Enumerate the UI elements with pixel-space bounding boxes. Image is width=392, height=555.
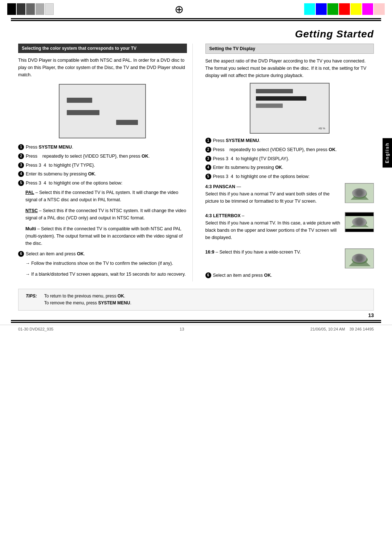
bar-magenta bbox=[362, 3, 373, 15]
page-footer: 01-30 DVD622_935 13 21/06/05, 10:24 AM 3… bbox=[0, 325, 392, 333]
right-step-num-6: 6 bbox=[205, 272, 211, 278]
step-num-2: 2 bbox=[18, 153, 24, 159]
panscan-image bbox=[345, 183, 374, 203]
right-step-6: 6 Select an item and press OK. bbox=[205, 272, 374, 279]
left-step-4: 4 Enter its submenu by pressing OK. bbox=[18, 171, 187, 178]
right-screen-mockup: #$ % bbox=[250, 83, 330, 134]
svg-rect-0 bbox=[345, 183, 374, 203]
tips-label: TIPS: bbox=[26, 293, 37, 307]
widescreen-image bbox=[345, 248, 374, 268]
panscan-option: 4:3 PANSCAN — Select this if you have a … bbox=[205, 183, 374, 208]
main-content: Selecting the color system that correspo… bbox=[0, 44, 392, 281]
bar-blue bbox=[316, 3, 327, 15]
letterbox-image bbox=[345, 212, 374, 232]
page-number: 13 bbox=[0, 312, 392, 318]
footer-left-code: 01-30 DVD622_935 bbox=[18, 327, 53, 331]
footer-right-code: 39 246 14495 bbox=[350, 327, 374, 331]
right-step6-list: 6 Select an item and press OK. bbox=[205, 272, 374, 279]
right-step-2: 2 Press repeatedly to select {VIDEO SETU… bbox=[205, 146, 374, 153]
left-step-3: 3 Press 3 4 to highlight {TV TYPE}. bbox=[18, 162, 187, 169]
right-column: Setting the TV Display Set the aspect ra… bbox=[204, 44, 374, 281]
right-step-num-2: 2 bbox=[205, 147, 211, 153]
left-step-2: 2 Press repeatedly to select {VIDEO SETU… bbox=[18, 153, 187, 160]
bar-cyan bbox=[304, 3, 315, 15]
footer-center-page: 13 bbox=[180, 327, 184, 331]
right-step-num-1: 1 bbox=[205, 138, 211, 143]
right-step-4: 4 Enter its submenu by pressing OK. bbox=[205, 164, 374, 171]
footer-right-info: 21/06/05, 10:24 AM bbox=[310, 327, 345, 331]
widescreen-option: 16:9 – Select this if you have a wide-sc… bbox=[205, 248, 374, 268]
letterbox-option: 4:3 LETTERBOX – Select this if you have … bbox=[205, 212, 374, 245]
page-title: Getting Started bbox=[18, 28, 374, 40]
bar-gray bbox=[26, 3, 35, 15]
footer-right: 21/06/05, 10:24 AM 39 246 14495 bbox=[310, 327, 374, 331]
bar-green bbox=[327, 3, 338, 15]
language-tab: English bbox=[383, 138, 392, 167]
step-num-5: 5 bbox=[18, 180, 24, 186]
step-num-4: 4 bbox=[18, 171, 24, 177]
left-step6-list: 6 Select an item and press OK. bbox=[18, 251, 187, 258]
right-step-num-3: 3 bbox=[205, 156, 211, 162]
svg-rect-5 bbox=[345, 212, 374, 216]
left-section-heading: Selecting the color system that correspo… bbox=[18, 44, 187, 53]
left-screen-mockup bbox=[59, 84, 146, 138]
step-num-1: 1 bbox=[18, 144, 24, 150]
bar-pink bbox=[374, 3, 385, 15]
right-options: 4:3 PANSCAN — Select this if you have a … bbox=[205, 183, 374, 268]
bar-red bbox=[339, 3, 350, 15]
multi-option: Multi – Select this if the connected TV … bbox=[25, 225, 187, 247]
bar-yellow bbox=[351, 3, 362, 15]
left-options: PAL – Select this if the connected TV is… bbox=[25, 189, 187, 247]
right-body-text: Set the aspect ratio of the DVD Player a… bbox=[205, 57, 374, 79]
svg-marker-8 bbox=[351, 220, 369, 227]
left-step-6: 6 Select an item and press OK. bbox=[18, 251, 187, 258]
step-num-6: 6 bbox=[18, 251, 24, 257]
bar-dark-gray bbox=[17, 3, 25, 15]
left-arrow-notes: → Follow the instructions show on the TV… bbox=[25, 260, 187, 278]
left-steps-list: 1 Press SYSTEM MENU. 2 Press repeatedly … bbox=[18, 144, 187, 187]
right-step-5: 5 Press 3 4 to highlight one of the opti… bbox=[205, 173, 374, 180]
right-step-num-4: 4 bbox=[205, 165, 211, 170]
step-num-3: 3 bbox=[18, 162, 24, 168]
ntsc-option: NTSC – Select this if the connected TV i… bbox=[25, 207, 187, 222]
pal-option: PAL – Select this if the connected TV is… bbox=[25, 189, 187, 203]
right-section-heading: Setting the TV Display bbox=[205, 44, 374, 54]
left-step-1: 1 Press SYSTEM MENU. bbox=[18, 144, 187, 151]
right-step-num-5: 5 bbox=[205, 174, 211, 179]
svg-rect-6 bbox=[345, 229, 374, 232]
right-steps-list: 1 Press SYSTEM MENU. 2 Press repeatedly … bbox=[205, 137, 374, 180]
right-step-1: 1 Press SYSTEM MENU. bbox=[205, 137, 374, 144]
left-column: Selecting the color system that correspo… bbox=[18, 44, 193, 281]
left-step-5: 5 Press 3 4 to highlight one of the opti… bbox=[18, 180, 187, 187]
left-body-text: This DVD Player is compatible with both … bbox=[18, 57, 187, 78]
bar-light-gray bbox=[36, 3, 44, 15]
page-title-area: Getting Started bbox=[0, 21, 392, 44]
tips-box: TIPS: To return to the previous menu, pr… bbox=[18, 289, 374, 311]
tips-content: To return to the previous menu, press OK… bbox=[44, 293, 131, 307]
bar-black bbox=[7, 3, 16, 15]
right-step-3: 3 Press 3 4 to highlight {TV DISPLAY}. bbox=[205, 155, 374, 162]
bar-white bbox=[45, 3, 54, 15]
crosshair-icon: ⊕ bbox=[175, 3, 184, 16]
